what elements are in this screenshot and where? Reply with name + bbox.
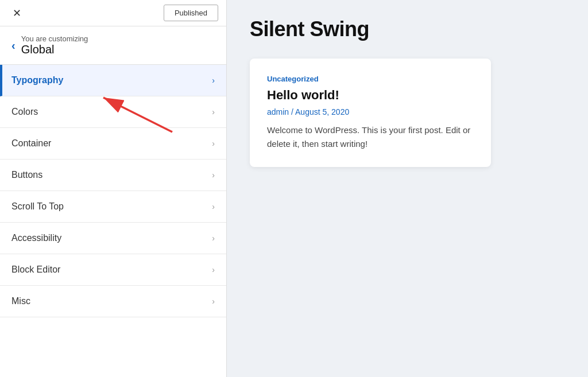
back-arrow-icon[interactable]: ‹	[11, 40, 16, 51]
sidebar-item-block-editor[interactable]: Block Editor›	[0, 254, 226, 286]
post-card: Uncategorized Hello world! admin / Augus…	[250, 59, 491, 167]
customizing-section: ‹ You are customizing Global	[0, 26, 226, 65]
sidebar-header: ✕ Published	[0, 0, 226, 26]
sidebar-item-label-scroll-to-top: Scroll To Top	[11, 201, 64, 212]
chevron-right-icon: ›	[212, 265, 215, 274]
chevron-right-icon: ›	[212, 139, 215, 148]
customizing-label: You are customizing	[21, 34, 88, 43]
post-excerpt: Welcome to WordPress. This is your first…	[267, 123, 474, 151]
chevron-right-icon: ›	[212, 76, 215, 85]
sidebar-item-container[interactable]: Container›	[0, 128, 226, 160]
chevron-right-icon: ›	[212, 170, 215, 180]
preview-area: Silent Swing Uncategorized Hello world! …	[227, 0, 588, 377]
post-title: Hello world!	[267, 88, 474, 103]
chevron-right-icon: ›	[212, 297, 215, 306]
sidebar-item-colors[interactable]: Colors›	[0, 96, 226, 128]
site-title: Silent Swing	[250, 17, 571, 41]
sidebar-item-misc[interactable]: Misc›	[0, 286, 226, 317]
sidebar-item-accessibility[interactable]: Accessibility›	[0, 223, 226, 254]
chevron-right-icon: ›	[212, 234, 215, 243]
post-category: Uncategorized	[267, 75, 474, 83]
chevron-right-icon: ›	[212, 107, 215, 116]
nav-list: Typography›Colors›Container›Buttons›Scro…	[0, 65, 226, 377]
sidebar-item-scroll-to-top[interactable]: Scroll To Top›	[0, 191, 226, 223]
post-meta: admin / August 5, 2020	[267, 107, 474, 116]
customizing-text-block: You are customizing Global	[21, 34, 88, 56]
sidebar-item-buttons[interactable]: Buttons›	[0, 160, 226, 191]
published-button[interactable]: Published	[164, 5, 218, 21]
close-icon[interactable]: ✕	[8, 5, 26, 22]
sidebar-item-label-colors: Colors	[11, 107, 38, 117]
sidebar-item-label-typography: Typography	[11, 75, 63, 85]
sidebar-item-label-buttons: Buttons	[11, 170, 42, 180]
sidebar-item-typography[interactable]: Typography›	[0, 65, 226, 96]
customizing-title: Global	[21, 43, 88, 56]
sidebar-item-label-block-editor: Block Editor	[11, 265, 60, 275]
sidebar-item-label-container: Container	[11, 138, 51, 149]
sidebar-item-label-misc: Misc	[11, 296, 30, 306]
sidebar-item-label-accessibility: Accessibility	[11, 233, 61, 243]
chevron-right-icon: ›	[212, 202, 215, 211]
sidebar: ✕ Published ‹ You are customizing Global…	[0, 0, 227, 377]
